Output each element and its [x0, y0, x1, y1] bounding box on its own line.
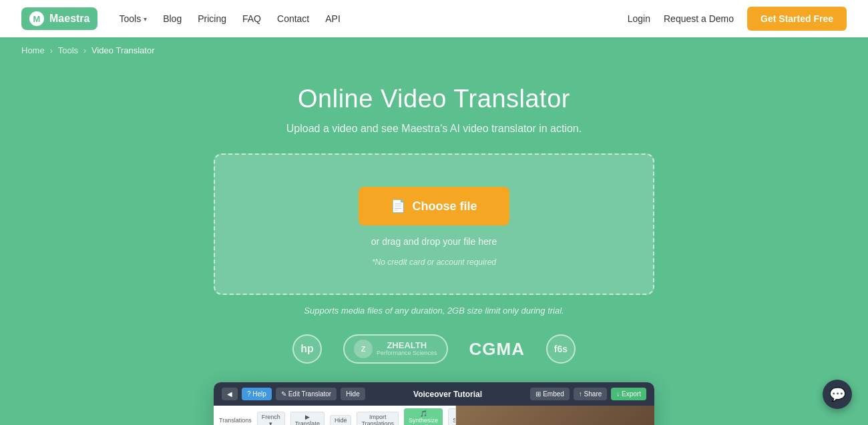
- login-link[interactable]: Login: [628, 13, 650, 24]
- preview-translate-btn[interactable]: ▶ Translate: [290, 412, 324, 425]
- nav-links: Tools ▾ Blog Pricing FAQ Contact API: [119, 13, 340, 24]
- nav-blog[interactable]: Blog: [163, 13, 182, 24]
- preview-video-bg: ▶: [456, 406, 654, 425]
- preview-import-btn[interactable]: Import Translations: [357, 412, 399, 425]
- preview-export-btn[interactable]: ↓ Export: [611, 388, 646, 400]
- nav-faq[interactable]: FAQ: [242, 13, 261, 24]
- hp-logo: hp: [292, 334, 322, 364]
- cgma-logo: CGMA: [469, 339, 525, 360]
- upload-dropzone[interactable]: 📄 Choose file or drag and drop your file…: [214, 153, 654, 295]
- supports-text: Supports media files of any duration, 2G…: [13, 306, 855, 316]
- preview-synth-btn[interactable]: 🎵 Synthesize Audio: [404, 408, 443, 425]
- nav-pricing[interactable]: Pricing: [198, 13, 226, 24]
- get-started-button[interactable]: Get Started Free: [747, 7, 847, 31]
- request-demo-link[interactable]: Request a Demo: [664, 13, 734, 24]
- logo-text: Maestra: [49, 13, 89, 25]
- preview-hide-btn[interactable]: Hide: [341, 388, 365, 400]
- logo-icon: M: [29, 11, 44, 26]
- preview-french-btn[interactable]: French ▾: [257, 412, 285, 425]
- preview-edit-btn[interactable]: ✎ Edit Translator: [276, 388, 337, 400]
- nav-right: Login Request a Demo Get Started Free: [628, 7, 847, 31]
- preview-toolbar: ◀ ? Help ✎ Edit Translator Hide Voiceove…: [214, 382, 654, 406]
- breadcrumb-current: Video Translator: [91, 45, 154, 55]
- zhealth-logo: Z ZHEALTH Performance Sciences: [343, 334, 448, 364]
- preview-share-btn[interactable]: ↑ Share: [574, 388, 607, 400]
- choose-file-button[interactable]: 📄 Choose file: [359, 187, 509, 226]
- preview-hide-subs-btn[interactable]: Hide: [330, 415, 352, 425]
- no-credit-text: *No credit card or account required: [372, 258, 496, 267]
- breadcrumb: Home › Tools › Video Translator: [0, 37, 868, 63]
- file-icon: 📄: [391, 199, 405, 214]
- preview-video-panel: ▶: [456, 406, 654, 425]
- preview-left-panel: Translations French ▾ ▶ Translate Hide I…: [214, 406, 456, 425]
- hero-subtitle: Upload a video and see Maestra's AI vide…: [13, 123, 855, 135]
- app-preview: ◀ ? Help ✎ Edit Translator Hide Voiceove…: [214, 382, 654, 425]
- logo[interactable]: M Maestra: [21, 7, 97, 30]
- partner-logos: hp Z ZHEALTH Performance Sciences CGMA f…: [13, 334, 855, 364]
- preview-embed-btn[interactable]: ⊞ Embed: [530, 388, 569, 400]
- preview-title: Voiceover Tutorial: [413, 390, 482, 399]
- drag-drop-text: or drag and drop your file here: [371, 236, 497, 247]
- nav-contact[interactable]: Contact: [277, 13, 309, 24]
- preview-help-btn[interactable]: ? Help: [242, 388, 272, 400]
- nav-tools[interactable]: Tools ▾: [119, 13, 147, 24]
- preview-back-btn[interactable]: ◀: [222, 388, 238, 400]
- nav-left: M Maestra Tools ▾ Blog Pricing FAQ Conta…: [21, 7, 341, 30]
- preview-sub-toolbar: Translations French ▾ ▶ Translate Hide I…: [214, 406, 455, 425]
- chevron-down-icon: ▾: [144, 15, 147, 23]
- breadcrumb-sep-1: ›: [50, 46, 53, 55]
- hero-section: Online Video Translator Upload a video a…: [0, 63, 868, 425]
- breadcrumb-home[interactable]: Home: [21, 45, 45, 55]
- zhealth-icon: Z: [354, 340, 373, 358]
- f6s-logo: f6s: [546, 334, 576, 364]
- page-title: Online Video Translator: [13, 85, 855, 113]
- preview-speaker-btn[interactable]: Edit Speaker Names: [448, 408, 456, 425]
- breadcrumb-tools[interactable]: Tools: [58, 45, 78, 55]
- nav-api[interactable]: API: [325, 13, 341, 24]
- chat-widget[interactable]: 💬: [823, 380, 852, 409]
- preview-body: Translations French ▾ ▶ Translate Hide I…: [214, 406, 654, 425]
- navigation: M Maestra Tools ▾ Blog Pricing FAQ Conta…: [0, 0, 868, 37]
- breadcrumb-sep-2: ›: [83, 46, 86, 55]
- chat-icon: 💬: [829, 386, 846, 402]
